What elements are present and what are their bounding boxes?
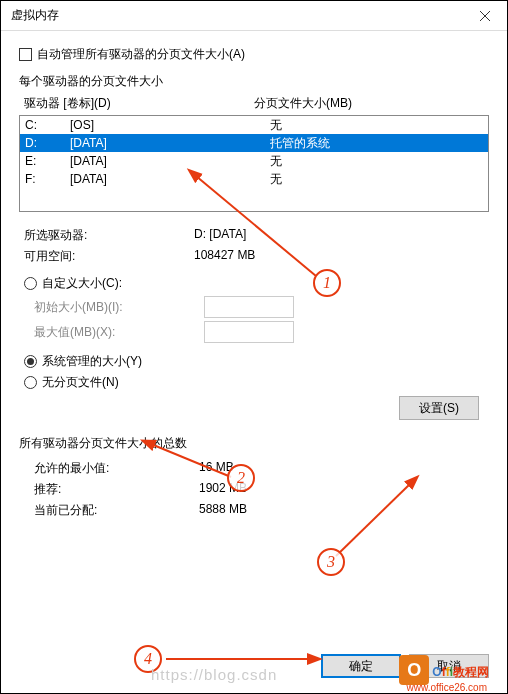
radio-custom[interactable]	[24, 277, 37, 290]
allocated-row: 当前已分配: 5888 MB	[19, 502, 489, 519]
close-button[interactable]	[462, 1, 507, 31]
recommended-row: 推荐: 1902 MB	[19, 481, 489, 498]
radio-system-label: 系统管理的大小(Y)	[42, 353, 142, 370]
drive-listbox[interactable]: C: [OS] 无 D: [DATA] 托管的系统 E: [DATA] 无 F:…	[19, 115, 489, 212]
auto-manage-row[interactable]: 自动管理所有驱动器的分页文件大小(A)	[19, 46, 489, 63]
initial-size-input[interactable]	[204, 296, 294, 318]
radio-none[interactable]	[24, 376, 37, 389]
max-size-row: 最大值(MB)(X):	[34, 321, 489, 343]
set-button[interactable]: 设置(S)	[399, 396, 479, 420]
radio-custom-row[interactable]: 自定义大小(C):	[24, 275, 489, 292]
max-size-input[interactable]	[204, 321, 294, 343]
annotation-3: 3	[317, 548, 345, 576]
site-logo: O Offi教程网	[399, 655, 489, 685]
free-space-value: 108427 MB	[194, 248, 255, 265]
free-space-label: 可用空间:	[24, 248, 194, 265]
drive-row-c[interactable]: C: [OS] 无	[20, 116, 488, 134]
auto-manage-checkbox[interactable]	[19, 48, 32, 61]
max-size-label: 最大值(MB)(X):	[34, 324, 204, 341]
logo-text: Offi教程网	[432, 660, 489, 681]
drive-row-f[interactable]: F: [DATA] 无	[20, 170, 488, 188]
radio-custom-label: 自定义大小(C):	[42, 275, 122, 292]
header-drive: 驱动器 [卷标](D)	[24, 95, 254, 112]
titlebar: 虚拟内存	[1, 1, 507, 31]
selected-drive-label: 所选驱动器:	[24, 227, 194, 244]
initial-size-label: 初始大小(MB)(I):	[34, 299, 204, 316]
selected-drive-value: D: [DATA]	[194, 227, 246, 244]
ok-button[interactable]: 确定	[321, 654, 401, 678]
radio-system[interactable]	[24, 355, 37, 368]
window-title: 虚拟内存	[11, 7, 59, 24]
logo-url: www.office26.com	[407, 682, 487, 693]
selected-drive-row: 所选驱动器: D: [DATA]	[19, 227, 489, 244]
watermark: https://blog.csdn	[151, 666, 277, 683]
drives-section-label: 每个驱动器的分页文件大小	[19, 73, 489, 90]
free-space-row: 可用空间: 108427 MB	[19, 248, 489, 265]
close-icon	[480, 11, 490, 21]
min-allowed-row: 允许的最小值: 16 MB	[19, 460, 489, 477]
drive-row-e[interactable]: E: [DATA] 无	[20, 152, 488, 170]
header-size: 分页文件大小(MB)	[254, 95, 352, 112]
dialog-content: 自动管理所有驱动器的分页文件大小(A) 每个驱动器的分页文件大小 驱动器 [卷标…	[1, 31, 507, 538]
drive-list-header: 驱动器 [卷标](D) 分页文件大小(MB)	[19, 95, 489, 115]
radio-none-row[interactable]: 无分页文件(N)	[24, 374, 489, 391]
logo-icon: O	[399, 655, 429, 685]
radio-none-label: 无分页文件(N)	[42, 374, 119, 391]
radio-system-row[interactable]: 系统管理的大小(Y)	[24, 353, 489, 370]
auto-manage-label: 自动管理所有驱动器的分页文件大小(A)	[37, 46, 245, 63]
drive-row-d[interactable]: D: [DATA] 托管的系统	[20, 134, 488, 152]
initial-size-row: 初始大小(MB)(I):	[34, 296, 489, 318]
totals-label: 所有驱动器分页文件大小的总数	[19, 435, 489, 452]
